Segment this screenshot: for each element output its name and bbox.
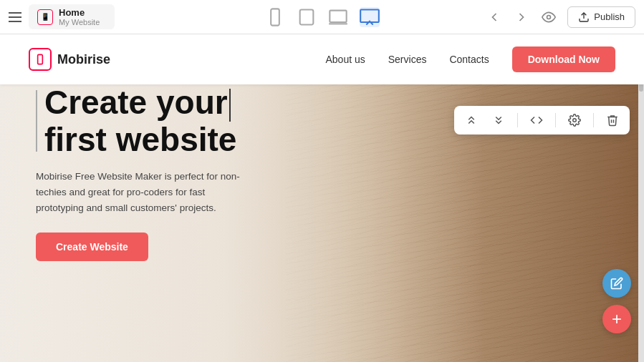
hero-title: Create your first website (44, 84, 265, 157)
fab-edit-button[interactable] (602, 269, 631, 298)
tab-title-main: Home (59, 7, 100, 18)
hamburger-menu[interactable] (9, 12, 21, 22)
device-desktop[interactable] (360, 7, 380, 27)
site-logo-text: Mobirise (57, 52, 110, 67)
plus-icon: + (612, 310, 622, 328)
tab-title-group: Home My Website (59, 7, 100, 26)
block-move-down[interactable] (490, 112, 507, 129)
toolbar-left: 📱 Home My Website (9, 4, 480, 29)
site-logo-icon (29, 48, 52, 71)
svg-rect-9 (38, 54, 43, 64)
device-switcher (265, 7, 380, 27)
svg-rect-4 (330, 10, 346, 21)
text-cursor (229, 89, 231, 122)
toolbar-divider-1 (517, 113, 518, 127)
main-toolbar: 📱 Home My Website (0, 0, 644, 34)
preview-button[interactable] (540, 9, 557, 26)
site-logo: Mobirise (29, 48, 110, 71)
svg-rect-2 (299, 9, 313, 24)
back-button[interactable] (486, 9, 503, 26)
block-toolbar (454, 106, 630, 134)
nav-cta-button[interactable]: Download Now (512, 47, 615, 72)
hero-title-line1: Create your (44, 84, 228, 121)
hero-cta-button[interactable]: Create Website (36, 233, 148, 261)
nav-contacts[interactable]: Contacts (449, 54, 489, 65)
block-move-up[interactable] (463, 112, 480, 129)
site-navbar: Mobirise About us Services Contacts Down… (0, 34, 644, 84)
nav-services[interactable]: Services (388, 54, 427, 65)
publish-button[interactable]: Publish (567, 6, 635, 28)
logo-mobile-icon (34, 54, 46, 65)
svg-point-7 (547, 15, 551, 19)
pencil-icon (610, 277, 623, 290)
nav-about[interactable]: About us (325, 54, 365, 65)
tab-logo-icon: 📱 (37, 9, 53, 25)
device-mobile[interactable] (265, 7, 285, 27)
toolbar-divider-2 (555, 113, 556, 127)
toolbar-right: Publish (486, 6, 635, 28)
svg-rect-0 (271, 9, 279, 25)
site-nav: About us Services Contacts Download Now (325, 47, 615, 72)
publish-icon (578, 11, 590, 23)
forward-button[interactable] (513, 9, 530, 26)
hero-title-line2: first website (44, 121, 236, 158)
fab-add-button[interactable]: + (602, 305, 631, 333)
device-tablet[interactable] (297, 7, 317, 27)
publish-label: Publish (594, 11, 625, 22)
hero-title-wrapper: Create your first website (36, 84, 265, 157)
tab-home[interactable]: 📱 Home My Website (29, 4, 115, 29)
block-settings[interactable] (566, 112, 583, 129)
hero-description: Mobirise Free Website Maker is perfect f… (36, 169, 251, 215)
block-code[interactable] (528, 112, 545, 129)
toolbar-divider-3 (593, 113, 594, 127)
tab-title-sub: My Website (59, 18, 100, 26)
hero-content: Create your first website Mobirise Free … (0, 84, 301, 261)
device-laptop[interactable] (328, 7, 348, 27)
preview-container: Mobirise About us Services Contacts Down… (0, 34, 644, 362)
block-delete[interactable] (604, 112, 621, 129)
svg-point-10 (573, 119, 577, 122)
